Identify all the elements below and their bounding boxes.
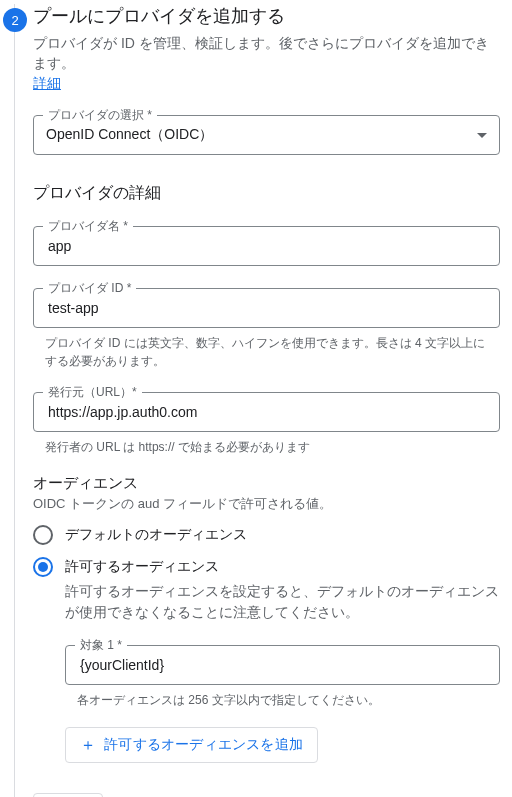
details-link[interactable]: 詳細 (33, 75, 61, 91)
issuer-url-helper: 発行者の URL は https:// で始まる必要があります (45, 438, 496, 456)
audience-caption: OIDC トークンの aud フィールドで許可される値。 (33, 495, 500, 513)
provider-select-value: OpenID Connect（OIDC） (46, 126, 213, 144)
audience-heading: オーディエンス (33, 474, 500, 493)
issuer-url-label: 発行元（URL）* (43, 384, 142, 401)
radio-checked-icon (33, 557, 53, 577)
audience-allowed-label: 許可するオーディエンス (65, 558, 219, 576)
provider-name-label: プロバイダ名 * (43, 218, 133, 235)
step-title: プールにプロバイダを追加する (33, 4, 500, 28)
audience-default-label: デフォルトのオーディエンス (65, 526, 247, 544)
provider-id-helper: プロバイダ ID には英文字、数字、ハイフンを使用できます。長さは 4 文字以上… (45, 334, 496, 370)
audience-target-input[interactable] (78, 656, 487, 674)
plus-icon: ＋ (80, 737, 96, 753)
issuer-url-input[interactable] (46, 403, 487, 421)
provider-select-label: プロバイダの選択 * (43, 107, 157, 124)
audience-target-helper: 各オーディエンスは 256 文字以内で指定してください。 (77, 691, 496, 709)
audience-default-radio[interactable]: デフォルトのオーディエンス (33, 525, 500, 545)
caret-down-icon (477, 133, 487, 138)
audience-allowed-radio[interactable]: 許可するオーディエンス (33, 557, 500, 577)
provider-id-label: プロバイダ ID * (43, 280, 136, 297)
step-number-badge: 2 (3, 8, 27, 32)
provider-id-input[interactable] (46, 299, 487, 317)
add-audience-label: 許可するオーディエンスを追加 (104, 736, 303, 754)
radio-unchecked-icon (33, 525, 53, 545)
provider-details-heading: プロバイダの詳細 (33, 183, 500, 204)
audience-allowed-hint: 許可するオーディエンスを設定すると、デフォルトのオーディエンスが使用できなくなる… (65, 581, 500, 623)
step-description: プロバイダが ID を管理、検証します。後でさらにプロバイダを追加できます。 (33, 34, 500, 73)
audience-target-field[interactable] (65, 645, 500, 685)
provider-name-input[interactable] (46, 237, 487, 255)
continue-button[interactable]: 続行 (33, 793, 103, 797)
add-audience-button[interactable]: ＋ 許可するオーディエンスを追加 (65, 727, 318, 763)
audience-target-label: 対象 1 * (75, 637, 127, 654)
